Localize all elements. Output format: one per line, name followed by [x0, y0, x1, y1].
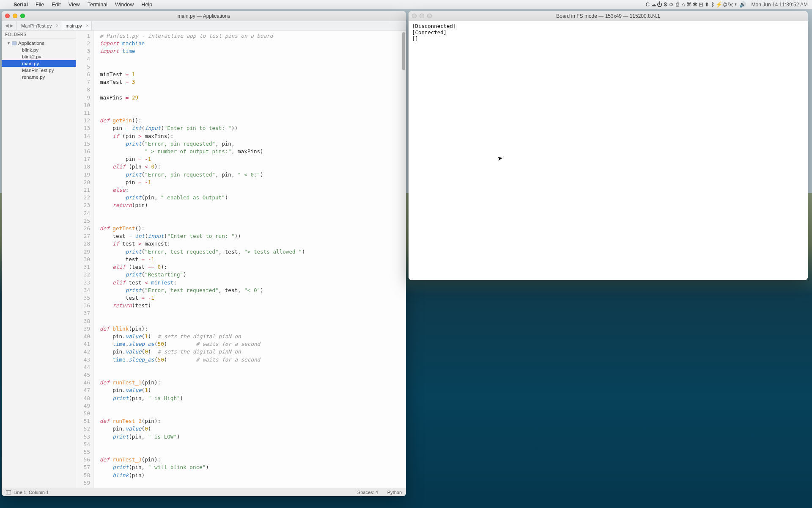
tab-history-nav[interactable]: ◀ ▶: [2, 21, 17, 30]
code-editor[interactable]: 1234567891011121314151617181920212223242…: [76, 30, 406, 488]
menu-extra-icon[interactable]: ᯤ: [734, 1, 740, 7]
menu-extra-icon[interactable]: ⌘: [686, 1, 692, 7]
sidebar: FOLDERS ▼ Applicationsblink.pyblink2.pym…: [2, 30, 76, 488]
editor-window: main.py — Applications ◀ ▶ ManPinTest.py…: [2, 11, 406, 496]
editor-status-bar: Line 1, Column 1 Spaces: 4 Python: [2, 488, 406, 496]
menu-extra-icon[interactable]: ☁: [651, 1, 657, 7]
file-blink-py[interactable]: blink.py: [2, 47, 76, 53]
sidebar-header: FOLDERS: [2, 30, 76, 39]
clock[interactable]: Mon Jun 14 11:39:52 AM: [752, 2, 808, 8]
app-menu[interactable]: Serial: [14, 2, 28, 8]
menu-file[interactable]: File: [36, 2, 44, 8]
terminal-content[interactable]: [Disconnected][Connected][]: [409, 21, 808, 280]
tab-ManPinTest-py[interactable]: ManPinTest.py×: [17, 21, 61, 30]
menu-extra-icon[interactable]: 🔊: [740, 1, 746, 7]
terminal-titlebar[interactable]: Board in FS mode — 153x49 — 115200.8.N.1: [409, 11, 808, 21]
menu-extra-icon[interactable]: C: [645, 1, 651, 7]
menu-extra-icon[interactable]: ⛭: [669, 1, 675, 7]
file-ManPinTest-py[interactable]: ManPinTest.py: [2, 67, 76, 74]
menu-extra-icon[interactable]: ✱: [692, 1, 698, 7]
menu-extra-icon[interactable]: ⬆: [704, 1, 710, 7]
panel-icon[interactable]: [6, 490, 11, 494]
menu-extra-icon[interactable]: ⏻: [657, 1, 663, 7]
syntax-setting[interactable]: Python: [387, 490, 402, 495]
menu-extra-icon[interactable]: ⌂: [680, 1, 686, 7]
menu-extra-icon[interactable]: ⏧: [728, 1, 734, 7]
terminal-line: [Disconnected]: [412, 23, 804, 29]
menu-extra-icon[interactable]: ⊞: [698, 1, 704, 7]
cursor-position[interactable]: Line 1, Column 1: [14, 490, 49, 495]
menu-extra-icon[interactable]: ⚙: [663, 1, 669, 7]
editor-titlebar[interactable]: main.py — Applications: [2, 11, 406, 21]
menu-extra-icon[interactable]: ⏣: [722, 1, 728, 7]
window-title: main.py — Applications: [2, 13, 406, 19]
menu-edit[interactable]: Edit: [52, 2, 61, 8]
indent-setting[interactable]: Spaces: 4: [357, 490, 378, 495]
menu-terminal[interactable]: Terminal: [88, 2, 107, 8]
tab-close-icon[interactable]: ×: [56, 23, 58, 28]
terminal-line: [Connected]: [412, 29, 804, 36]
line-gutter: 1234567891011121314151617181920212223242…: [76, 30, 94, 488]
tab-main-py[interactable]: main.py×: [61, 21, 92, 30]
menu-extra-icon[interactable]: ᛒ: [710, 1, 716, 7]
menu-extras: C☁⏻⚙⛭⎙⌂⌘✱⊞⬆ᛒ⚡⏣⏧ᯤ🔊 Mon Jun 14 11:39:52 AM: [645, 1, 808, 8]
menu-extra-icon[interactable]: ⚡: [716, 1, 722, 7]
tab-close-icon[interactable]: ×: [86, 23, 89, 28]
menu-view[interactable]: View: [69, 2, 80, 8]
terminal-window: Board in FS mode — 153x49 — 115200.8.N.1…: [409, 11, 808, 280]
code-content[interactable]: # PinTest.py - interactive app to test p…: [94, 30, 406, 488]
menu-help[interactable]: Help: [141, 2, 152, 8]
menu-extra-icon[interactable]: ⎙: [675, 1, 680, 7]
folder-root[interactable]: ▼ Applications: [2, 40, 76, 47]
file-main-py[interactable]: main.py: [2, 60, 76, 67]
editor-tab-bar: ◀ ▶ ManPinTest.py×main.py×: [2, 21, 406, 30]
menu-window[interactable]: Window: [115, 2, 134, 8]
terminal-line: []: [412, 36, 804, 42]
window-title: Board in FS mode — 153x49 — 115200.8.N.1: [409, 13, 808, 19]
file-blink2-py[interactable]: blink2.py: [2, 53, 76, 60]
macos-menu-bar: Serial FileEditViewTerminalWindowHelp C☁…: [0, 0, 812, 9]
vertical-scrollbar[interactable]: [402, 32, 405, 70]
file-rename-py[interactable]: rename.py: [2, 74, 76, 80]
